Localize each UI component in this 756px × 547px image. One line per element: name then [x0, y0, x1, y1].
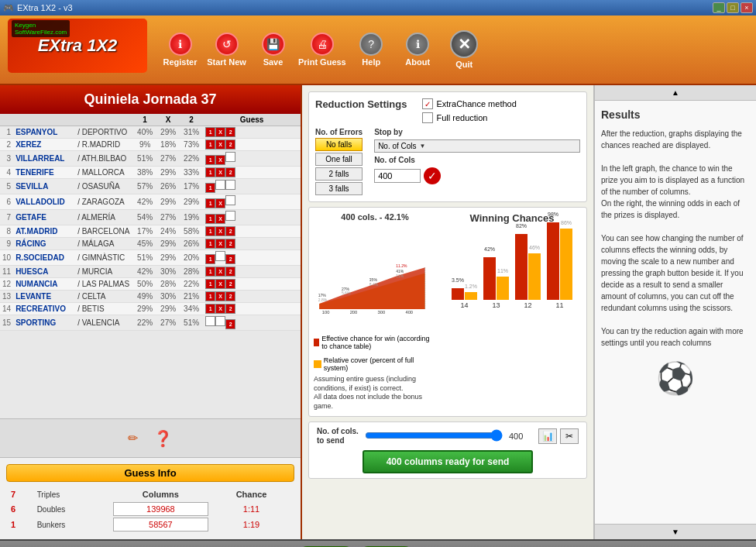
save-icon: 💾 [262, 33, 285, 56]
match-guess[interactable]: 1X2 [203, 225, 301, 238]
scroll-up-button[interactable]: ▲ [595, 85, 756, 101]
match-guess[interactable]: 1X2 [203, 291, 301, 303]
one-fall-btn[interactable]: One fall [315, 153, 363, 166]
start-new-button[interactable]: ↺ Start New [205, 33, 248, 67]
send-slider[interactable] [365, 431, 503, 440]
match-num: 9 [0, 238, 13, 250]
match-guess[interactable]: 1X [203, 210, 301, 225]
svg-text:300: 300 [378, 310, 386, 315]
no-cols-label: No. of Cols [374, 156, 580, 164]
scissors-button[interactable]: ✂ [560, 428, 579, 444]
no-falls-btn[interactable]: No falls [315, 138, 363, 151]
football-icon: ⚽ [601, 349, 750, 408]
save-button[interactable]: 💾 Save [252, 33, 294, 67]
doubles-label: Doubles [37, 505, 66, 514]
print-guess-label: Print Guess [298, 57, 346, 67]
match-guess[interactable]: 1X2 [203, 167, 301, 179]
start-new-label: Start New [207, 57, 246, 67]
match-home: VILLARREAL [13, 151, 75, 167]
match-guess[interactable]: 2 [203, 315, 301, 331]
match-guess[interactable]: 1 [203, 179, 301, 194]
match-home: VALLADOLID [13, 194, 75, 210]
register-button[interactable]: ℹ Register [159, 33, 201, 67]
no-cols-input[interactable] [374, 169, 421, 183]
match-guess[interactable]: 1X [203, 194, 301, 210]
results-content: Results After the reduction, graphs disp… [595, 101, 756, 524]
send-value: 400 [509, 432, 532, 441]
two-falls-btn[interactable]: 2 falls [315, 167, 363, 181]
left-chart: 400 cols. - 42.1% 100 200 300 400 17% 2.… [314, 212, 436, 411]
save-label: Save [263, 57, 284, 67]
restore-button[interactable]: □ [727, 2, 739, 13]
col-num [0, 114, 13, 126]
results-text-2: In the left graph, the chance to win the… [601, 163, 750, 221]
match-p2: 58% [180, 225, 203, 238]
legend-item-2: Relative cover (percent of full system) [314, 356, 436, 372]
stop-by-box: Stop by No. of Cols ▼ [374, 128, 580, 153]
logo-area: KeygenSoftWareFilez.com EXtra 1X2 [8, 19, 155, 81]
match-guess[interactable]: 1X2 [203, 303, 301, 315]
about-label: About [405, 57, 430, 67]
match-p1: 49% [133, 291, 156, 303]
svg-text:11.2%: 11.2% [396, 263, 407, 268]
right-chart: Winning Chances 3.5% 1.2% 14 [442, 212, 582, 411]
full-reduction-checkbox[interactable] [422, 112, 433, 123]
scroll-down-button[interactable]: ▼ [595, 524, 756, 539]
match-num: 10 [0, 250, 13, 266]
no-cols-confirm[interactable]: ✓ [424, 167, 441, 184]
svg-text:2.8%: 2.8% [318, 298, 328, 302]
stop-by-label: Stop by [374, 128, 580, 136]
match-p2: 17% [180, 179, 203, 194]
bar-chart-button[interactable]: 📊 [538, 428, 557, 444]
match-p1: 40% [133, 126, 156, 139]
match-guess[interactable]: 1X2 [203, 278, 301, 291]
register-icon: ℹ [169, 33, 192, 56]
app-title: EXtra 1X2 - v3 [17, 3, 73, 12]
extrachance-option: ✓ ExtraChance method [422, 98, 516, 109]
match-p2: 51% [180, 315, 203, 331]
about-button[interactable]: ℹ About [397, 33, 439, 67]
extrachance-checkbox[interactable]: ✓ [422, 98, 433, 109]
results-text-3: You can see how changing the number of c… [601, 232, 750, 314]
doubles-count: 6 [11, 504, 15, 514]
match-away: / LAS PALMAS [75, 278, 133, 291]
match-guess[interactable]: 1X2 [203, 238, 301, 250]
match-home: TENERIFE [13, 167, 75, 179]
gi-triples-label: Triples [34, 488, 112, 501]
quit-label: Quit [455, 60, 472, 69]
match-guess[interactable]: 1X2 [203, 266, 301, 278]
three-falls-btn[interactable]: 3 falls [315, 182, 363, 195]
right-panel: ▲ Results After the reduction, graphs di… [593, 85, 756, 539]
legend-label-2: Relative cover (percent of full system) [324, 356, 436, 372]
gi-bunkers-label: Bunkers [34, 518, 112, 532]
stop-by-select[interactable]: No. of Cols ▼ [374, 139, 580, 153]
minimize-button[interactable]: _ [713, 2, 725, 13]
match-home: AT.MADRID [13, 225, 75, 238]
match-num: 15 [0, 315, 13, 331]
close-window-button[interactable]: × [741, 2, 753, 13]
question-icon[interactable]: ❓ [153, 429, 173, 448]
match-away: / VALENCIA [75, 315, 133, 331]
send-slider-track[interactable] [365, 431, 503, 442]
match-p1: 42% [133, 266, 156, 278]
send-ready-button[interactable]: 400 columns ready for send [363, 450, 533, 473]
quit-icon: ✕ [450, 30, 478, 58]
match-guess[interactable]: 1X2 [203, 126, 301, 139]
match-guess[interactable]: 12 [203, 250, 301, 266]
print-guess-button[interactable]: 🖨 Print Guess [298, 33, 346, 67]
match-home: ESPANYOL [13, 126, 75, 139]
help-button[interactable]: ? Help [350, 33, 393, 67]
match-p2: 33% [180, 167, 203, 179]
match-p2: 34% [180, 303, 203, 315]
print-icon: 🖨 [311, 33, 334, 56]
chart-area: 400 cols. - 42.1% 100 200 300 400 17% 2.… [308, 207, 587, 417]
quit-button[interactable]: ✕ Quit [443, 30, 486, 69]
bar-12-red: 82% [515, 234, 527, 300]
match-guess[interactable]: 1X2 [203, 139, 301, 151]
match-away: / MURCIA [75, 266, 133, 278]
pencil-icon[interactable]: ✏ [128, 431, 138, 446]
bar-13: 42% 11% 13 [483, 222, 509, 309]
match-away: / ZARAGOZA [75, 194, 133, 210]
toolbar: KeygenSoftWareFilez.com EXtra 1X2 ℹ Regi… [0, 15, 756, 85]
match-guess[interactable]: 1X [203, 151, 301, 167]
